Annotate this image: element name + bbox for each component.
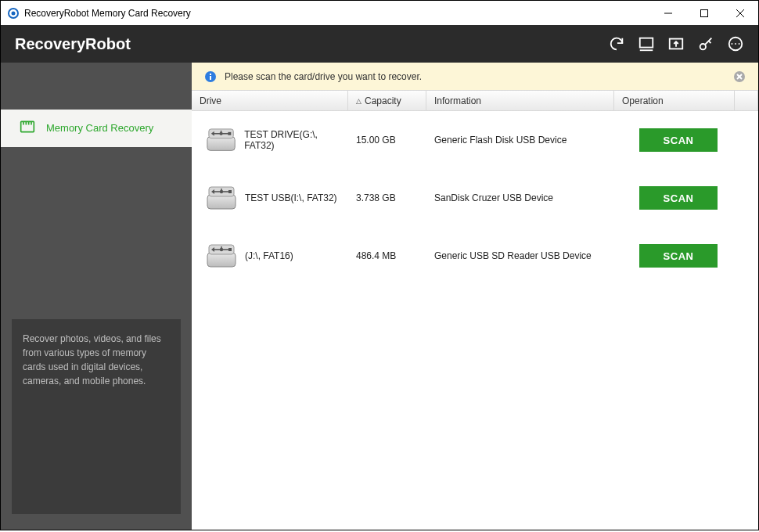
svg-point-15	[735, 43, 736, 45]
operation-cell: SCAN	[614, 128, 743, 152]
svg-rect-23	[210, 76, 211, 80]
info-icon	[204, 70, 217, 83]
sidebar-description: Recover photos, videos, and files from v…	[12, 319, 181, 514]
content-area: Please scan the card/drive you want to r…	[192, 63, 758, 530]
monitor-icon[interactable]	[638, 35, 655, 52]
info-cell: Generic USB SD Reader USB Device	[426, 250, 614, 261]
window-title: RecoveryRobot Memory Card Recovery	[24, 8, 650, 19]
app-icon	[7, 7, 20, 20]
scan-button[interactable]: SCAN	[639, 128, 718, 152]
svg-rect-17	[21, 121, 34, 131]
svg-rect-24	[210, 74, 211, 75]
info-bar: Please scan the card/drive you want to r…	[192, 63, 758, 91]
table-row: TEST DRIVE(G:\, FAT32) 15.00 GB Generic …	[192, 111, 758, 169]
svg-rect-3	[701, 9, 708, 16]
svg-point-1	[12, 11, 16, 15]
usb-drive-icon	[204, 184, 239, 212]
usb-drive-icon	[204, 242, 239, 270]
info-cell: Generic Flash Disk USB Device	[426, 135, 614, 146]
sd-card-icon	[20, 120, 35, 137]
operation-cell: SCAN	[614, 186, 743, 210]
refresh-icon[interactable]	[608, 35, 625, 52]
app-header: RecoveryRobot	[0, 25, 759, 63]
svg-line-12	[709, 41, 711, 43]
svg-point-14	[732, 43, 733, 45]
svg-point-16	[739, 43, 740, 45]
scan-button[interactable]: SCAN	[639, 244, 718, 268]
key-icon[interactable]	[697, 35, 714, 52]
sidebar: Memory Card Recovery Recover photos, vid…	[1, 63, 192, 530]
operation-cell: SCAN	[614, 244, 743, 268]
svg-rect-51	[228, 248, 232, 251]
load-session-icon[interactable]	[667, 35, 685, 52]
drive-cell: (J:\, FAT16)	[192, 242, 348, 270]
maximize-button[interactable]	[686, 1, 722, 25]
minimize-button[interactable]	[650, 1, 686, 25]
svg-rect-35	[228, 132, 231, 135]
column-capacity[interactable]: △Capacity	[348, 91, 426, 110]
sidebar-item-memory-card-recovery[interactable]: Memory Card Recovery	[1, 110, 192, 147]
table-row: TEST USB(I:\, FAT32) 3.738 GB SanDisk Cr…	[192, 169, 758, 227]
column-spacer	[735, 91, 758, 110]
svg-rect-6	[640, 38, 653, 48]
drive-list: TEST DRIVE(G:\, FAT32) 15.00 GB Generic …	[192, 111, 758, 530]
svg-rect-36	[207, 195, 236, 209]
svg-rect-44	[207, 253, 236, 267]
drive-name: TEST DRIVE(G:\, FAT32)	[244, 129, 348, 151]
usb-drive-icon	[204, 126, 238, 154]
more-icon[interactable]	[727, 35, 744, 52]
drive-name: TEST USB(I:\, FAT32)	[245, 192, 337, 203]
info-message: Please scan the card/drive you want to r…	[225, 71, 733, 82]
scan-button[interactable]: SCAN	[639, 186, 718, 210]
svg-rect-28	[207, 137, 235, 151]
info-cell: SanDisk Cruzer USB Device	[426, 192, 614, 203]
svg-rect-43	[228, 190, 232, 193]
titlebar: RecoveryRobot Memory Card Recovery	[0, 0, 759, 25]
column-drive[interactable]: Drive	[192, 91, 348, 110]
sort-asc-icon: △	[356, 97, 362, 105]
table-row: (J:\, FAT16) 486.4 MB Generic USB SD Rea…	[192, 227, 758, 285]
info-close-icon[interactable]	[733, 70, 746, 83]
capacity-cell: 3.738 GB	[348, 192, 426, 203]
svg-line-11	[705, 38, 711, 45]
sidebar-item-label: Memory Card Recovery	[46, 122, 153, 134]
header-toolbar	[608, 35, 744, 52]
drive-name: (J:\, FAT16)	[245, 250, 293, 261]
svg-point-10	[700, 44, 706, 49]
capacity-cell: 15.00 GB	[348, 135, 426, 146]
column-information[interactable]: Information	[426, 91, 614, 110]
brand-title: RecoveryRobot	[15, 35, 608, 53]
capacity-cell: 486.4 MB	[348, 250, 426, 261]
drive-cell: TEST USB(I:\, FAT32)	[192, 184, 348, 212]
column-operation[interactable]: Operation	[614, 91, 735, 110]
table-header: Drive △Capacity Information Operation	[192, 91, 758, 111]
close-button[interactable]	[722, 1, 758, 25]
drive-cell: TEST DRIVE(G:\, FAT32)	[192, 126, 348, 154]
